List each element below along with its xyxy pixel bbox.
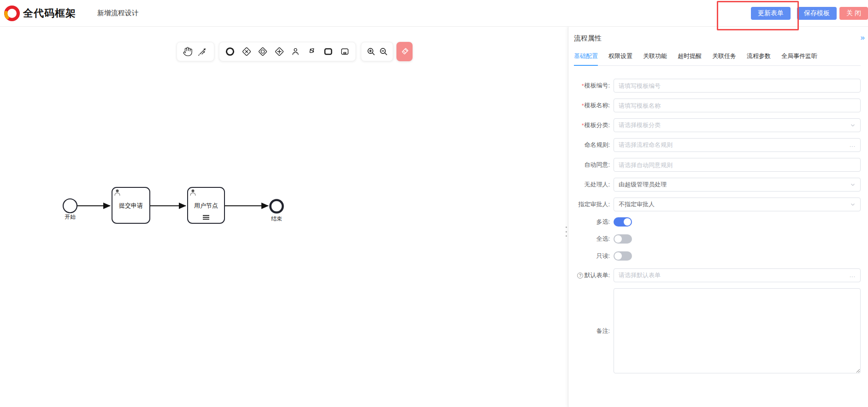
properties-panel: 流程属性 » 基础配置 权限设置 关联功能 超时提醒 关联任务 流程参数 全局事… bbox=[568, 27, 868, 407]
exclusive-gateway-icon bbox=[241, 46, 252, 57]
zoom-out-icon bbox=[378, 47, 389, 57]
field-label: *模板编号: bbox=[574, 81, 614, 90]
form-row: *模板编号: bbox=[574, 79, 861, 93]
tab-global-event-listener[interactable]: 全局事件监听 bbox=[781, 52, 817, 65]
field-label: 命名规则: bbox=[574, 141, 614, 149]
form-row: 指定审批人: 不指定审批人 bbox=[574, 198, 861, 211]
template-code-input-wrap bbox=[614, 79, 861, 93]
default-form-picker[interactable]: 请选择默认表单 ... bbox=[614, 268, 861, 282]
hand-tool-button[interactable] bbox=[181, 44, 194, 59]
form-row: 命名规则: 请选择流程命名规则 ... bbox=[574, 138, 861, 152]
picker-placeholder: 请选择默认表单 bbox=[619, 271, 661, 279]
template-code-input[interactable] bbox=[619, 82, 856, 89]
flow-canvas[interactable]: 开始 提交申请 用户节点 结束 bbox=[0, 27, 568, 407]
page-title: 新增流程设计 bbox=[97, 9, 139, 17]
connector-icon bbox=[197, 47, 207, 57]
template-name-input-wrap bbox=[614, 99, 861, 112]
select-placeholder: 请选择模板分类 bbox=[619, 121, 661, 129]
clear-brush-icon bbox=[400, 47, 409, 56]
user-task-tool-button[interactable] bbox=[289, 44, 302, 59]
bpmn-diagram: 开始 提交申请 用户节点 结束 bbox=[0, 27, 568, 407]
user-task-node[interactable]: 提交申请 bbox=[112, 187, 150, 223]
tab-timeout-reminder[interactable]: 超时提醒 bbox=[678, 52, 702, 65]
tab-process-params[interactable]: 流程参数 bbox=[747, 52, 771, 65]
tab-basic-config[interactable]: 基础配置 bbox=[574, 52, 598, 65]
exclusive-gateway-tool-button[interactable] bbox=[240, 44, 253, 59]
task-label: 用户节点 bbox=[194, 202, 218, 209]
hand-icon bbox=[183, 47, 193, 57]
auto-agree-input-wrap bbox=[614, 158, 861, 172]
save-template-button[interactable]: 保存模板 bbox=[797, 7, 837, 20]
tab-related-function[interactable]: 关联功能 bbox=[643, 52, 667, 65]
subprocess-tool-button[interactable] bbox=[338, 44, 351, 59]
basic-config-form: *模板编号: *模板名称: *模板分类: 请选择模板分类 命名规则: 请选择流程… bbox=[574, 79, 861, 373]
form-row: 备注: bbox=[574, 288, 861, 373]
template-name-input[interactable] bbox=[619, 102, 856, 109]
end-event-label: 结束 bbox=[271, 215, 282, 222]
zoom-out-button[interactable] bbox=[378, 44, 389, 59]
ellipsis-icon: ... bbox=[850, 272, 856, 279]
end-event-node[interactable] bbox=[271, 200, 283, 213]
brand-title: 全代码框架 bbox=[23, 6, 76, 20]
field-label: 备注: bbox=[574, 327, 614, 335]
zoom-in-button[interactable] bbox=[366, 44, 376, 59]
inclusive-gateway-icon bbox=[257, 46, 268, 57]
start-event-node[interactable] bbox=[63, 199, 77, 213]
tab-permission[interactable]: 权限设置 bbox=[608, 52, 632, 65]
field-label: ? 默认表单: bbox=[574, 271, 614, 279]
user-task-icon bbox=[290, 47, 301, 57]
field-label: 自动同意: bbox=[574, 161, 614, 169]
double-chevron-right-icon: » bbox=[861, 33, 863, 42]
form-row: *模板名称: bbox=[574, 99, 861, 112]
form-row: 无处理人: 由超级管理员处理 bbox=[574, 178, 861, 192]
form-row: 只读: bbox=[574, 251, 861, 261]
chevron-down-icon bbox=[850, 202, 856, 207]
inclusive-gateway-tool-button[interactable] bbox=[256, 44, 269, 59]
start-event-icon bbox=[224, 46, 236, 57]
select-value: 由超级管理员处理 bbox=[619, 180, 667, 189]
form-row: 自动同意: bbox=[574, 158, 861, 172]
no-handler-select[interactable]: 由超级管理员处理 bbox=[614, 178, 861, 192]
auto-agree-input[interactable] bbox=[619, 162, 856, 169]
parallel-gateway-tool-button[interactable] bbox=[273, 44, 286, 59]
panel-resize-handle[interactable] bbox=[564, 227, 568, 237]
assign-approver-select[interactable]: 不指定审批人 bbox=[614, 198, 861, 211]
update-form-button[interactable]: 更新表单 bbox=[751, 7, 791, 20]
select-value: 不指定审批人 bbox=[619, 200, 655, 209]
toolbar-cursor-group bbox=[177, 42, 214, 61]
task-label: 提交申请 bbox=[118, 202, 143, 209]
field-label: *模板分类: bbox=[574, 121, 614, 129]
help-icon: ? bbox=[577, 273, 583, 279]
select-all-toggle[interactable] bbox=[614, 234, 632, 244]
naming-rule-picker[interactable]: 请选择流程命名规则 ... bbox=[614, 138, 861, 152]
remark-textarea[interactable] bbox=[614, 288, 861, 373]
multi-select-toggle[interactable] bbox=[614, 217, 632, 227]
toolbar-palette-group bbox=[219, 42, 356, 61]
chevron-down-icon bbox=[850, 182, 856, 187]
task-tool-button[interactable] bbox=[322, 44, 335, 59]
user-task-node[interactable]: 用户节点 bbox=[188, 187, 224, 223]
field-label: 指定审批人: bbox=[574, 200, 614, 209]
script-task-icon bbox=[307, 47, 317, 57]
template-category-select[interactable]: 请选择模板分类 bbox=[614, 118, 861, 132]
form-row: *模板分类: 请选择模板分类 bbox=[574, 118, 861, 132]
panel-tabs: 基础配置 权限设置 关联功能 超时提醒 关联任务 流程参数 全局事件监听 bbox=[574, 52, 861, 66]
close-button[interactable]: 关 闭 bbox=[839, 7, 868, 20]
script-task-tool-button[interactable] bbox=[306, 44, 319, 59]
field-label: 全选: bbox=[574, 235, 614, 243]
zoom-in-icon bbox=[366, 47, 376, 57]
clear-canvas-button[interactable] bbox=[396, 42, 413, 61]
form-row: 全选: bbox=[574, 234, 861, 244]
start-event-tool-button[interactable] bbox=[224, 44, 236, 59]
collapse-panel-button[interactable]: » bbox=[861, 33, 863, 42]
tab-related-task[interactable]: 关联任务 bbox=[712, 52, 736, 65]
connector-tool-button[interactable] bbox=[196, 44, 209, 59]
field-label: 只读: bbox=[574, 252, 614, 260]
read-only-toggle[interactable] bbox=[614, 251, 632, 261]
subprocess-icon bbox=[339, 46, 350, 57]
picker-placeholder: 请选择流程命名规则 bbox=[619, 141, 673, 149]
form-row: ? 默认表单: 请选择默认表单 ... bbox=[574, 268, 861, 282]
field-label: 多选: bbox=[574, 218, 614, 226]
form-row: 多选: bbox=[574, 217, 861, 227]
brand-logo-icon bbox=[4, 5, 20, 22]
